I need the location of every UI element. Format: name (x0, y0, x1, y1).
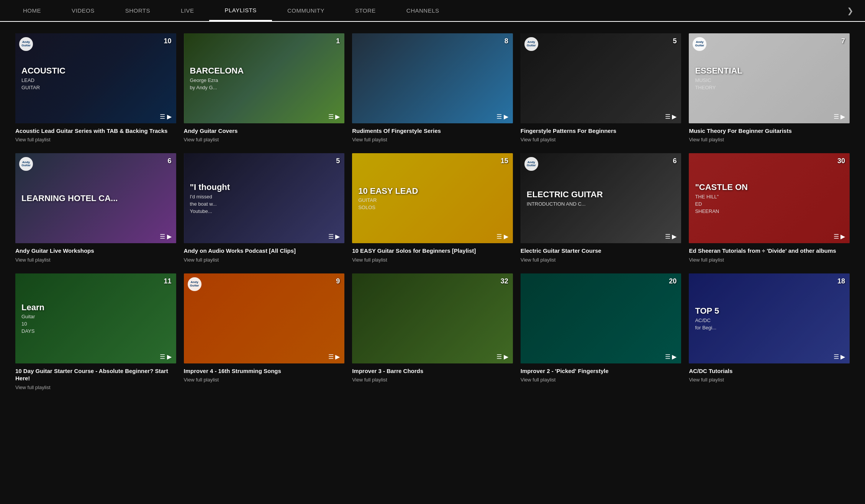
playlist-count: 5 (336, 157, 340, 165)
view-playlist-link[interactable]: View full playlist (184, 257, 345, 263)
playlist-title: 10 Day Guitar Starter Course - Absolute … (15, 367, 176, 382)
view-playlist-link[interactable]: View full playlist (15, 137, 176, 142)
playlist-count: 10 (164, 37, 172, 45)
playlist-card-11[interactable]: LearnGuitar10DAYS11☰ ▶10 Day Guitar Star… (15, 273, 176, 390)
nav-item-playlists[interactable]: PLAYLISTS (209, 0, 272, 21)
thumbnail: LEARNING HOTEL CA...Andy Guitar6☰ ▶ (15, 153, 176, 243)
thumbnail: BARCELONAGeorge Ezraby Andy G...1☰ ▶ (184, 33, 345, 123)
playlist-title: AC/DC Tutorials (689, 367, 850, 375)
playlist-queue-icon: ☰ ▶ (328, 113, 340, 120)
nav-item-community[interactable]: COMMUNITY (272, 0, 340, 21)
thumb-text: LearnGuitar10DAYS (15, 273, 176, 363)
playlist-card-12[interactable]: Andy Guitar9☰ ▶Improver 4 - 16th Strummi… (184, 273, 345, 390)
playlist-title: Rudiments Of Fingerstyle Series (352, 127, 513, 135)
thumbnail: TOP 5AC/DCfor Begi...18☰ ▶ (689, 273, 850, 363)
thumb-text: TOP 5AC/DCfor Begi... (689, 273, 850, 363)
nav-item-home[interactable]: HOME (8, 0, 56, 21)
playlist-title: Acoustic Lead Guitar Series with TAB & B… (15, 127, 176, 135)
view-playlist-link[interactable]: View full playlist (352, 137, 513, 142)
playlist-card-1[interactable]: ACOUSTICLEADGUITARAndy Guitar10☰ ▶Acoust… (15, 33, 176, 142)
playlist-card-4[interactable]: Andy Guitar5☰ ▶Fingerstyle Patterns For … (521, 33, 682, 142)
view-playlist-link[interactable]: View full playlist (184, 137, 345, 142)
view-playlist-link[interactable]: View full playlist (352, 257, 513, 263)
andy-guitar-logo: Andy Guitar (524, 37, 538, 51)
view-playlist-link[interactable]: View full playlist (184, 377, 345, 383)
playlist-title: Improver 3 - Barre Chords (352, 367, 513, 375)
playlist-title: Ed Sheeran Tutorials from ÷ 'Divide' and… (689, 247, 850, 255)
playlist-card-13[interactable]: 32☰ ▶Improver 3 - Barre ChordsView full … (352, 273, 513, 390)
thumb-text: "I thoughtI'd missedthe boat w...Youtube… (184, 153, 345, 243)
thumbnail: ELECTRIC GUITARINTRODUCTION AND C...Andy… (521, 153, 682, 243)
view-playlist-link[interactable]: View full playlist (521, 377, 682, 383)
playlist-title: Electric Guitar Starter Course (521, 247, 682, 255)
thumb-text: ACOUSTICLEADGUITAR (15, 33, 176, 123)
playlist-card-2[interactable]: BARCELONAGeorge Ezraby Andy G...1☰ ▶Andy… (184, 33, 345, 142)
playlist-card-15[interactable]: TOP 5AC/DCfor Begi...18☰ ▶AC/DC Tutorial… (689, 273, 850, 390)
thumb-text: "CASTLE ONTHE HILL"EDSHEERAN (689, 153, 850, 243)
playlist-queue-icon: ☰ ▶ (160, 233, 171, 240)
playlist-queue-icon: ☰ ▶ (496, 353, 508, 360)
playlist-title: Music Theory For Beginner Guitarists (689, 127, 850, 135)
playlist-count: 8 (505, 37, 508, 45)
playlist-grid: ACOUSTICLEADGUITARAndy Guitar10☰ ▶Acoust… (0, 22, 865, 402)
view-playlist-link[interactable]: View full playlist (689, 377, 850, 383)
playlist-card-5[interactable]: ESSENTIALMUSICTHEORYAndy Guitar7☰ ▶Music… (689, 33, 850, 142)
playlist-queue-icon: ☰ ▶ (496, 113, 508, 120)
playlist-count: 6 (168, 157, 172, 165)
playlist-title: Improver 4 - 16th Strumming Songs (184, 367, 345, 375)
view-playlist-link[interactable]: View full playlist (521, 257, 682, 263)
thumb-text: LEARNING HOTEL CA... (15, 153, 176, 243)
playlist-card-3[interactable]: 8☰ ▶Rudiments Of Fingerstyle SeriesView … (352, 33, 513, 142)
view-playlist-link[interactable]: View full playlist (15, 385, 176, 390)
playlist-card-9[interactable]: ELECTRIC GUITARINTRODUCTION AND C...Andy… (521, 153, 682, 262)
playlist-title: 10 EASY Guitar Solos for Beginners [Play… (352, 247, 513, 255)
channel-nav: HOMEVIDEOSSHORTSLIVEPLAYLISTSCOMMUNITYST… (0, 0, 865, 22)
view-playlist-link[interactable]: View full playlist (15, 257, 176, 263)
view-playlist-link[interactable]: View full playlist (689, 137, 850, 142)
thumbnail: Andy Guitar9☰ ▶ (184, 273, 345, 363)
playlist-card-7[interactable]: "I thoughtI'd missedthe boat w...Youtube… (184, 153, 345, 262)
playlist-count: 6 (673, 157, 677, 165)
thumbnail: 10 EASY LEADGUITARSOLOS15☰ ▶ (352, 153, 513, 243)
playlist-queue-icon: ☰ ▶ (496, 233, 508, 240)
andy-guitar-logo: Andy Guitar (188, 277, 202, 291)
view-playlist-link[interactable]: View full playlist (352, 377, 513, 383)
playlist-queue-icon: ☰ ▶ (328, 233, 340, 240)
thumb-text: BARCELONAGeorge Ezraby Andy G... (184, 33, 345, 123)
andy-guitar-logo: Andy Guitar (19, 37, 33, 51)
thumbnail: Andy Guitar5☰ ▶ (521, 33, 682, 123)
view-playlist-link[interactable]: View full playlist (689, 257, 850, 263)
thumbnail: 8☰ ▶ (352, 33, 513, 123)
playlist-title: Andy on Audio Works Podcast [All Clips] (184, 247, 345, 255)
playlist-queue-icon: ☰ ▶ (160, 113, 171, 120)
playlist-card-14[interactable]: 20☰ ▶Improver 2 - 'Picked' FingerstyleVi… (521, 273, 682, 390)
nav-item-shorts[interactable]: SHORTS (110, 0, 165, 21)
nav-item-live[interactable]: LIVE (165, 0, 210, 21)
playlist-count: 18 (837, 277, 845, 285)
playlist-queue-icon: ☰ ▶ (834, 113, 845, 120)
playlist-count: 15 (501, 157, 508, 165)
playlist-count: 11 (164, 277, 172, 285)
view-playlist-link[interactable]: View full playlist (521, 137, 682, 142)
thumbnail: ACOUSTICLEADGUITARAndy Guitar10☰ ▶ (15, 33, 176, 123)
playlist-title: Improver 2 - 'Picked' Fingerstyle (521, 367, 682, 375)
thumbnail: "I thoughtI'd missedthe boat w...Youtube… (184, 153, 345, 243)
playlist-count: 30 (837, 157, 845, 165)
playlist-queue-icon: ☰ ▶ (834, 233, 845, 240)
thumbnail: 20☰ ▶ (521, 273, 682, 363)
nav-item-videos[interactable]: VIDEOS (56, 0, 110, 21)
playlist-queue-icon: ☰ ▶ (665, 353, 677, 360)
thumbnail: LearnGuitar10DAYS11☰ ▶ (15, 273, 176, 363)
thumb-text: ELECTRIC GUITARINTRODUCTION AND C... (521, 153, 682, 243)
thumbnail: ESSENTIALMUSICTHEORYAndy Guitar7☰ ▶ (689, 33, 850, 123)
nav-arrow-right[interactable]: ❯ (843, 6, 857, 15)
playlist-card-6[interactable]: LEARNING HOTEL CA...Andy Guitar6☰ ▶Andy … (15, 153, 176, 262)
nav-item-store[interactable]: STORE (340, 0, 391, 21)
nav-item-channels[interactable]: CHANNELS (391, 0, 455, 21)
playlist-card-10[interactable]: "CASTLE ONTHE HILL"EDSHEERAN30☰ ▶Ed Shee… (689, 153, 850, 262)
thumb-text: 10 EASY LEADGUITARSOLOS (352, 153, 513, 243)
playlist-card-8[interactable]: 10 EASY LEADGUITARSOLOS15☰ ▶10 EASY Guit… (352, 153, 513, 262)
playlist-count: 32 (501, 277, 508, 285)
playlist-queue-icon: ☰ ▶ (665, 113, 677, 120)
playlist-queue-icon: ☰ ▶ (665, 233, 677, 240)
